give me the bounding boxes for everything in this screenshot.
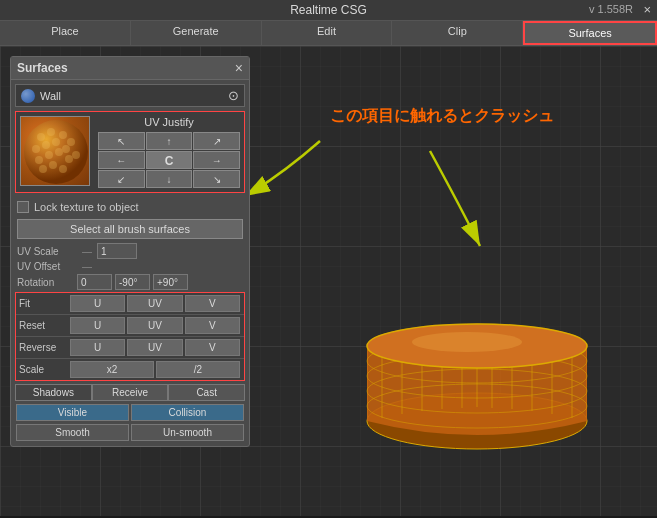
- rotation-input[interactable]: [77, 274, 112, 290]
- reverse-uv-button[interactable]: UV: [127, 339, 182, 356]
- fit-label: Fit: [19, 298, 69, 309]
- scale-row: Scale x2 /2: [16, 359, 244, 380]
- lock-texture-row: Lock texture to object: [11, 197, 249, 217]
- uv-grid: ↖ ↑ ↗ ← C → ↙ ↓ ↘: [98, 132, 240, 188]
- uv-offset-row: UV Offset —: [17, 261, 243, 272]
- menu-surfaces[interactable]: Surfaces: [523, 21, 657, 45]
- menu-clip[interactable]: Clip: [392, 21, 523, 45]
- svg-point-23: [412, 332, 522, 352]
- menu-place[interactable]: Place: [0, 21, 131, 45]
- main-content: この項目に触れるとクラッシュ: [0, 46, 657, 516]
- fit-uv-button[interactable]: UV: [127, 295, 182, 312]
- wall-icon: [21, 89, 35, 103]
- rotation-row: Rotation: [17, 274, 243, 290]
- reset-row: Reset U UV V: [16, 315, 244, 337]
- svg-point-25: [37, 133, 45, 141]
- svg-point-40: [59, 165, 67, 173]
- uv-center[interactable]: C: [146, 151, 193, 169]
- select-all-button[interactable]: Select all brush surfaces: [17, 219, 243, 239]
- reset-u-button[interactable]: U: [70, 317, 125, 334]
- reset-uv-button[interactable]: UV: [127, 317, 182, 334]
- uv-left[interactable]: ←: [98, 151, 145, 169]
- uv-scale-row: UV Scale —: [17, 243, 243, 259]
- reverse-label: Reverse: [19, 342, 69, 353]
- reverse-v-button[interactable]: V: [185, 339, 240, 356]
- scale-label: Scale: [19, 364, 69, 375]
- panel-title-bar: Surfaces ×: [11, 57, 249, 80]
- title-bar: Realtime CSG v 1.558R ×: [0, 0, 657, 21]
- svg-point-26: [47, 128, 55, 136]
- svg-point-35: [45, 151, 53, 159]
- panel-title: Surfaces: [17, 61, 68, 75]
- texture-sphere: [21, 117, 90, 186]
- uv-offset-dash: —: [77, 261, 97, 272]
- app-title: Realtime CSG: [290, 3, 367, 17]
- tab-shadows[interactable]: Shadows: [15, 384, 92, 401]
- rotation-neg90-input[interactable]: [115, 274, 150, 290]
- surfaces-panel: Surfaces × Wall ⊙: [10, 56, 250, 447]
- menu-edit[interactable]: Edit: [262, 21, 393, 45]
- close-button[interactable]: ×: [643, 2, 651, 17]
- wall-settings-icon[interactable]: ⊙: [228, 88, 239, 103]
- svg-point-28: [67, 138, 75, 146]
- drum-shape: [357, 256, 597, 456]
- fit-row: Fit U UV V: [16, 293, 244, 315]
- wall-label: Wall: [40, 90, 228, 102]
- scale-x2-button[interactable]: x2: [70, 361, 154, 378]
- svg-point-38: [39, 165, 47, 173]
- uv-justify-title: UV Justify: [98, 116, 240, 128]
- reverse-u-button[interactable]: U: [70, 339, 125, 356]
- uv-right[interactable]: →: [193, 151, 240, 169]
- svg-point-37: [65, 155, 73, 163]
- menu-generate[interactable]: Generate: [131, 21, 262, 45]
- uv-scale-label: UV Scale: [17, 246, 77, 257]
- svg-point-34: [35, 156, 43, 164]
- bottom-tabs: Shadows Receive Cast: [15, 384, 245, 401]
- annotation-text: この項目に触れるとクラッシュ: [330, 106, 554, 127]
- svg-point-36: [55, 148, 63, 156]
- visible-button[interactable]: Visible: [16, 404, 129, 421]
- uv-top[interactable]: ↑: [146, 132, 193, 150]
- smooth-button[interactable]: Smooth: [16, 424, 129, 441]
- tab-cast[interactable]: Cast: [168, 384, 245, 401]
- wall-row: Wall ⊙: [15, 84, 245, 107]
- version-label: v 1.558R: [589, 3, 633, 15]
- panel-close-button[interactable]: ×: [235, 60, 243, 76]
- fit-section: Fit U UV V Reset U UV V Reverse U UV V S…: [15, 292, 245, 381]
- texture-uv-section: UV Justify ↖ ↑ ↗ ← C → ↙ ↓ ↘: [15, 111, 245, 193]
- uv-bottom-left[interactable]: ↙: [98, 170, 145, 188]
- reverse-row: Reverse U UV V: [16, 337, 244, 359]
- menu-bar: Place Generate Edit Clip Surfaces: [0, 21, 657, 46]
- reset-label: Reset: [19, 320, 69, 331]
- svg-point-32: [62, 145, 70, 153]
- svg-point-27: [59, 131, 67, 139]
- smooth-btns: Smooth Un-smooth: [15, 423, 245, 442]
- uv-scale-dash: —: [77, 246, 97, 257]
- fit-v-button[interactable]: V: [185, 295, 240, 312]
- uv-bottom-right[interactable]: ↘: [193, 170, 240, 188]
- collision-button[interactable]: Collision: [131, 404, 244, 421]
- texture-preview: [20, 116, 90, 186]
- unsmooth-button[interactable]: Un-smooth: [131, 424, 244, 441]
- rotation-label: Rotation: [17, 277, 77, 288]
- lock-texture-checkbox[interactable]: [17, 201, 29, 213]
- uv-bottom[interactable]: ↓: [146, 170, 193, 188]
- rotation-pos90-input[interactable]: [153, 274, 188, 290]
- scale-div2-button[interactable]: /2: [156, 361, 240, 378]
- svg-point-39: [49, 161, 57, 169]
- reset-v-button[interactable]: V: [185, 317, 240, 334]
- svg-point-30: [42, 141, 50, 149]
- bottom-btns: Visible Collision: [15, 403, 245, 422]
- uv-scale-input[interactable]: [97, 243, 137, 259]
- uv-offset-label: UV Offset: [17, 261, 77, 272]
- tab-receive[interactable]: Receive: [92, 384, 169, 401]
- fit-u-button[interactable]: U: [70, 295, 125, 312]
- uv-section: UV Justify ↖ ↑ ↗ ← C → ↙ ↓ ↘: [98, 116, 240, 188]
- lock-texture-label: Lock texture to object: [34, 201, 139, 213]
- props-section: UV Scale — UV Offset — Rotation: [11, 243, 249, 290]
- svg-point-29: [32, 145, 40, 153]
- svg-point-33: [72, 151, 80, 159]
- uv-top-left[interactable]: ↖: [98, 132, 145, 150]
- svg-point-31: [52, 138, 60, 146]
- uv-top-right[interactable]: ↗: [193, 132, 240, 150]
